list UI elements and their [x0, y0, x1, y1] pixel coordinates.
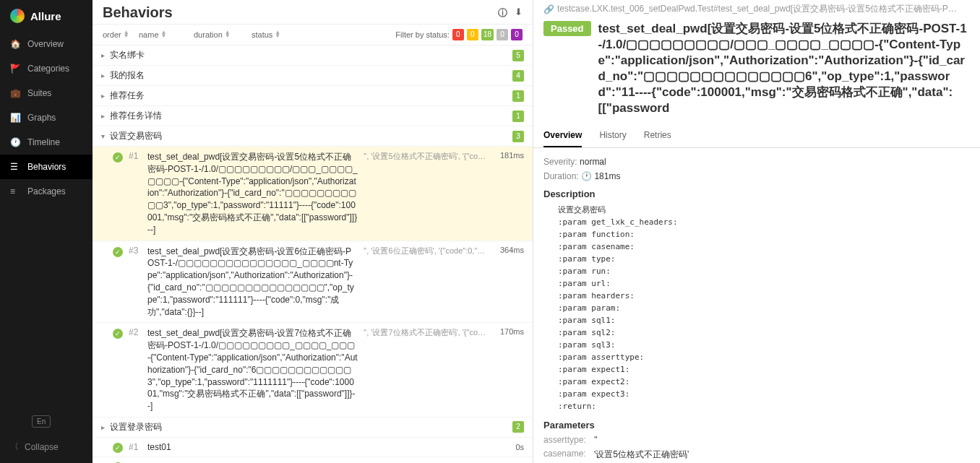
brand-text: Allure — [30, 10, 61, 22]
test-name: test_set_deal_pwd[设置交易密码-设置7位格式不正确密码-POS… — [147, 327, 358, 412]
description-heading: Description — [543, 189, 970, 199]
parameters-heading: Parameters — [543, 420, 970, 430]
param-value: '设置5位格式不正确密码' — [594, 449, 689, 461]
param-value: '' — [594, 435, 598, 445]
col-order[interactable]: order▲▼ — [103, 30, 139, 39]
language-toggle[interactable]: En — [32, 415, 51, 428]
nav-overview[interactable]: 🏠Overview — [0, 32, 93, 56]
detail-panel: 🔗testcase.LXK.test_006_setDealPwd.Test#t… — [533, 0, 980, 463]
test-snippet: '', '设置6位正确密码', '{"code":0,"msg":… — [364, 246, 486, 319]
duration-label: Duration: — [543, 171, 579, 181]
chevron-down-icon: ▾ — [101, 132, 110, 140]
passed-icon: ✓ — [113, 443, 123, 453]
chevron-right-icon: ▸ — [101, 51, 110, 59]
list-icon: ☰ — [10, 162, 20, 172]
sort-icon: ▲▼ — [161, 31, 167, 38]
sort-icon: ▲▼ — [275, 31, 280, 38]
filter-broken[interactable]: 0 — [467, 29, 478, 40]
test-row[interactable]: ✓ #3 test_set_deal_pwd[设置交易密码-设置6位正确密码-P… — [93, 241, 533, 324]
param-row: casename:'设置5位格式不正确密码' — [543, 449, 970, 461]
col-status[interactable]: status▲▼ — [252, 30, 295, 39]
test-row[interactable]: ✓ #2 test_set_deal_pwd[设置交易密码-设置7位格式不正确密… — [93, 323, 533, 417]
nav-packages[interactable]: ≡Packages — [0, 179, 93, 204]
nav-timeline[interactable]: 🕐Timeline — [0, 130, 93, 155]
sort-icon: ▲▼ — [225, 31, 231, 38]
nav-graphs[interactable]: 📊Graphs — [0, 105, 93, 130]
sort-icon: ▲▼ — [124, 31, 129, 38]
page-title: Behaviors — [103, 4, 173, 21]
layers-icon: ≡ — [10, 186, 20, 196]
count-badge: 1 — [512, 111, 524, 122]
filter-skipped[interactable]: 0 — [497, 29, 508, 40]
chevron-left-icon: 〈 — [10, 441, 19, 453]
status-badge: Passed — [543, 21, 591, 36]
test-row[interactable]: ✓ #1 test01 0s — [93, 438, 533, 457]
download-icon[interactable]: ⬇ — [515, 7, 523, 20]
home-icon: 🏠 — [10, 39, 20, 49]
info-icon[interactable]: ⓘ — [498, 7, 507, 20]
test-snippet: '', '设置5位格式不正确密码', '{"code":10… — [364, 151, 486, 236]
tab-retries[interactable]: Retries — [644, 126, 671, 147]
filter-failed[interactable]: 0 — [452, 29, 464, 40]
test-tree: ▸实名绑卡5 ▸我的报名4 ▸推荐任务1 ▸推荐任务详情1 ▾设置交易密码3 ✓… — [93, 46, 533, 463]
count-badge: 4 — [512, 70, 524, 82]
param-key: casename: — [543, 449, 594, 461]
test-duration: 0s — [492, 443, 524, 451]
test-index: #3 — [129, 246, 142, 319]
test-duration: 181ms — [492, 151, 524, 236]
group-row[interactable]: ▾设置交易密码3 — [93, 126, 533, 147]
nav-categories[interactable]: 🚩Categories — [0, 56, 93, 81]
status-filter: Filter by status: 0 0 18 0 0 — [395, 29, 523, 40]
filter-passed[interactable]: 18 — [481, 29, 494, 40]
briefcase-icon: 💼 — [10, 88, 20, 98]
col-duration[interactable]: duration▲▼ — [194, 30, 252, 39]
allure-logo-icon — [10, 9, 25, 23]
description-text: 设置交易密码 :param get_lxk_c_headers: :param … — [558, 204, 970, 413]
test-name: test01 — [147, 442, 486, 452]
breadcrumb[interactable]: 🔗testcase.LXK.test_006_setDealPwd.Test#t… — [533, 0, 980, 15]
test-index: #1 — [129, 442, 142, 452]
test-duration: 170ms — [492, 327, 524, 412]
group-row[interactable]: ▸推荐任务1 — [93, 86, 533, 106]
sidebar: Allure 🏠Overview 🚩Categories 💼Suites 📊Gr… — [0, 0, 93, 463]
collapse-sidebar[interactable]: 〈Collapse — [10, 441, 82, 453]
count-badge: 2 — [512, 421, 524, 433]
test-index: #2 — [129, 327, 142, 412]
chevron-right-icon: ▸ — [101, 92, 110, 100]
tab-overview[interactable]: Overview — [543, 126, 582, 147]
filter-unknown[interactable]: 0 — [511, 29, 523, 40]
flag-icon: 🚩 — [10, 64, 20, 74]
group-row[interactable]: ▸我的报名4 — [93, 66, 533, 86]
test-name: test_set_deal_pwd[设置交易密码-设置6位正确密码-POST-1… — [147, 246, 358, 319]
behaviors-panel: Behaviors ⓘ ⬇ order▲▼ name▲▼ duration▲▼ … — [93, 0, 533, 463]
test-row[interactable]: ✓ #1 test_set_deal_pwd[设置交易密码-设置5位格式不正确密… — [93, 147, 533, 241]
tab-history[interactable]: History — [599, 126, 626, 147]
clock-icon: 🕐 — [581, 171, 592, 181]
group-row[interactable]: ▸设置登录密码2 — [93, 417, 533, 438]
chart-icon: 📊 — [10, 113, 20, 123]
severity-label: Severity: — [543, 157, 577, 167]
group-row[interactable]: ▸推荐任务详情1 — [93, 106, 533, 126]
count-badge: 3 — [512, 131, 524, 142]
count-badge: 5 — [512, 50, 524, 61]
test-row[interactable]: ✓ #2 test01 1ms — [93, 457, 533, 463]
nav-behaviors[interactable]: ☰Behaviors — [0, 155, 93, 179]
param-row: asserttype:'' — [543, 435, 970, 445]
duration-value: 181ms — [594, 171, 620, 181]
parameters-list: asserttype:''casename:'设置5位格式不正确密码'expec… — [543, 435, 970, 463]
passed-icon: ✓ — [113, 247, 123, 257]
table-header: order▲▼ name▲▼ duration▲▼ status▲▼ Filte… — [93, 24, 533, 46]
severity-value: normal — [580, 157, 606, 167]
logo[interactable]: Allure — [0, 0, 93, 32]
test-index: #1 — [129, 151, 142, 236]
chevron-right-icon: ▸ — [101, 72, 110, 79]
test-name: test_set_deal_pwd[设置交易密码-设置5位格式不正确密码-POS… — [147, 151, 358, 236]
col-name[interactable]: name▲▼ — [139, 30, 197, 39]
detail-title: test_set_deal_pwd[设置交易密码-设置5位格式不正确密码-POS… — [598, 21, 970, 117]
detail-tabs: Overview History Retries — [533, 126, 980, 148]
clock-icon: 🕐 — [10, 137, 20, 147]
passed-icon: ✓ — [113, 152, 123, 163]
nav-suites[interactable]: 💼Suites — [0, 81, 93, 105]
group-row[interactable]: ▸实名绑卡5 — [93, 46, 533, 66]
test-snippet: '', '设置7位格式不正确密码', '{"code":… — [364, 327, 486, 412]
